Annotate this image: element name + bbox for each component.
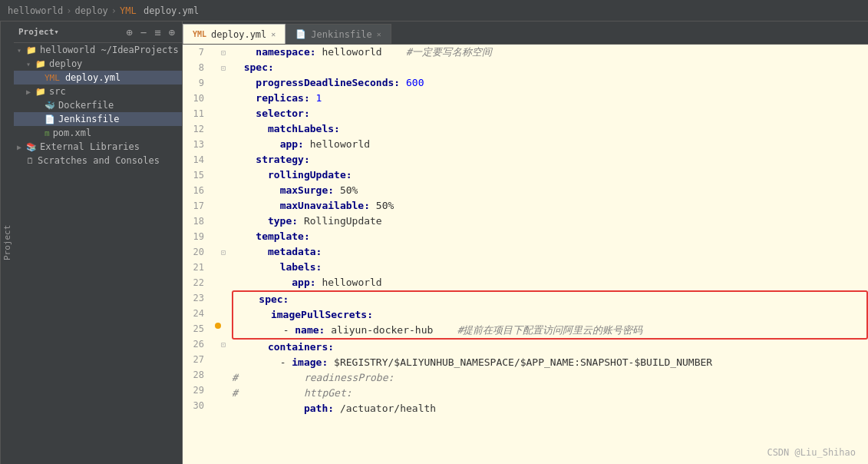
code-line-23: spec: [235, 292, 865, 307]
tab-bar: YML deploy.yml ✕ 📄 Jenkinsfile ✕ [183, 22, 868, 45]
code-line-29: # httpGet: [232, 386, 868, 401]
code-line-15: rollingUpdate: [232, 167, 868, 183]
code-content: namespace: helloworld #一定要写名称空间 spec: pr… [229, 45, 868, 464]
library-icon: 📚 [26, 142, 37, 152]
code-line-20: metadata: [232, 244, 868, 260]
code-line-13: app: helloworld [232, 137, 868, 152]
code-line-12: matchLabels: [232, 121, 868, 137]
sidebar-project-label[interactable]: Project▾ [18, 27, 120, 37]
code-line-30: path: /actuator/health [232, 401, 868, 416]
code-line-26: containers: [232, 340, 868, 355]
code-line-24: imagePullSecrets: [235, 307, 865, 323]
code-line-11: selector: [232, 106, 868, 121]
title-bar: helloworld › deploy › YML deploy.yml [0, 0, 868, 22]
tree-item-deploy-yml[interactable]: YML deploy.yml [14, 71, 182, 85]
folder-icon: 📁 [35, 87, 46, 97]
code-line-10: replicas: 1 [232, 91, 868, 106]
tree-item-helloworld[interactable]: ▾ 📁 helloworld ~/IdeaProjects [14, 43, 182, 57]
folder-icon: 📁 [35, 59, 46, 69]
code-line-21: labels: [232, 260, 868, 275]
tab-jenkinsfile[interactable]: 📄 Jenkinsfile ✕ [285, 24, 391, 44]
code-line-8: spec: [232, 60, 868, 75]
code-line-18: type: RollingUpdate [232, 214, 868, 229]
minus-btn[interactable]: − [138, 26, 149, 38]
code-line-27: - image: $REGISTRY/$ALIYUNHUB_NAMESPACE/… [232, 355, 868, 370]
breadcrumb-project: helloworld [8, 5, 63, 16]
code-line-28: # readinessProbe: [232, 370, 868, 386]
editor: YML deploy.yml ✕ 📄 Jenkinsfile ✕ 7891011… [183, 22, 868, 464]
add-btn[interactable]: ⊕ [124, 26, 134, 38]
code-lines-23-25-box: spec: imagePullSecrets: - name: aliyun-d… [232, 290, 868, 340]
breadcrumb-folder: deploy [74, 5, 107, 16]
code-line-22: app: helloworld [232, 275, 868, 290]
line-numbers: 7891011 1213141516 1718192021 2223242526… [183, 45, 210, 464]
tab-deploy-yml[interactable]: YML deploy.yml ✕ [183, 24, 285, 44]
tree-item-jenkinsfile[interactable]: 📄 Jenkinsfile [14, 112, 182, 126]
gutter-marker-line25 [215, 323, 221, 329]
breadcrumb-file: YML deploy.yml [120, 5, 199, 16]
scratch-icon: 🗒 [26, 156, 35, 166]
tree-item-pom[interactable]: m pom.xml [14, 126, 182, 140]
tree-item-dockerfile[interactable]: 🐳 Dockerfile [14, 98, 182, 112]
tab-close-jenkins[interactable]: ✕ [377, 30, 381, 38]
xml-icon: m [45, 128, 50, 138]
scratches-label: Scratches and Consoles [38, 155, 160, 166]
tree-item-scratches[interactable]: 🗒 Scratches and Consoles [14, 154, 182, 167]
sidebar-toolbar: Project▾ ⊕ − ≡ ⊕ [14, 22, 182, 43]
code-line-25: - name: aliyun-docker-hub #提前在项目下配置访问阿里云… [235, 323, 865, 338]
tree-item-ext-libs[interactable]: ▶ 📚 External Libraries [14, 140, 182, 154]
code-line-16: maxSurge: 50% [232, 183, 868, 198]
code-line-7: namespace: helloworld #一定要写名称空间 [232, 45, 868, 60]
gutter: ⊡ ⊡ ⊡ ⊡ [210, 45, 229, 464]
jenkinsfile-icon: 📄 [45, 114, 55, 124]
code-editor[interactable]: 7891011 1213141516 1718192021 2223242526… [183, 45, 868, 464]
breadcrumb: helloworld › deploy › YML deploy.yml [8, 5, 199, 16]
yaml-icon: YML [45, 73, 60, 83]
jenkinsfile-tab-icon: 📄 [295, 29, 306, 39]
sidebar: Project▾ ⊕ − ≡ ⊕ ▾ 📁 helloworld ~/IdeaPr… [14, 22, 183, 464]
code-line-17: maxUnavailable: 50% [232, 198, 868, 214]
tree-item-src[interactable]: ▶ 📁 src [14, 85, 182, 98]
folder-icon: 📁 [26, 45, 37, 55]
code-line-9: progressDeadlineSeconds: 600 [232, 75, 868, 91]
project-vertical-tab[interactable]: Project [0, 22, 14, 464]
yaml-tab-icon: YML [193, 30, 206, 38]
tree-item-deploy[interactable]: ▾ 📁 deploy [14, 57, 182, 71]
code-line-19: template: [232, 229, 868, 244]
settings-btn[interactable]: ≡ [152, 26, 163, 38]
code-line-14: strategy: [232, 152, 868, 167]
docker-icon: 🐳 [45, 101, 55, 111]
tab-close-deploy[interactable]: ✕ [271, 30, 276, 38]
gear-btn[interactable]: ⊕ [167, 26, 177, 38]
